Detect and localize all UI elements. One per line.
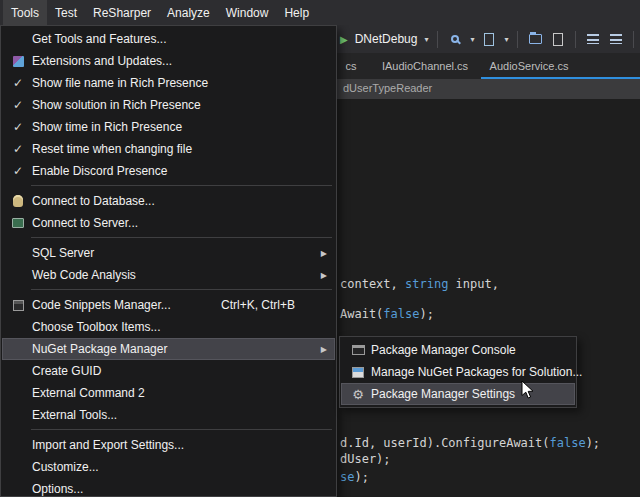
snippets-icon (6, 300, 30, 311)
toolbar-separator (517, 31, 518, 48)
search-icon[interactable] (447, 30, 463, 48)
check-icon: ✓ (6, 76, 30, 90)
lines-glyph (587, 34, 599, 44)
new-file-icon[interactable] (550, 30, 566, 48)
menu-item-web-code-analysis[interactable]: Web Code Analysis ▶ (2, 264, 335, 286)
menu-item-get-tools-and-features[interactable]: Get Tools and Features... (2, 28, 335, 50)
caret-down-icon[interactable]: ▾ (504, 35, 508, 44)
menu-item-create-guid[interactable]: Create GUID (2, 360, 335, 382)
folder-glyph (529, 34, 542, 44)
menu-item-label: Enable Discord Presence (32, 164, 167, 178)
navbar-member-dropdown[interactable]: dUserTypeReader (343, 82, 432, 94)
gear-icon: ⚙ (345, 387, 371, 402)
packages-glyph (352, 367, 364, 378)
code-line: Await(false); (340, 307, 434, 321)
menu-item-connect-to-server[interactable]: Connect to Server... (2, 212, 335, 234)
server-glyph (12, 218, 24, 228)
submenu-item-package-manager-settings[interactable]: ⚙ Package Manager Settings (341, 383, 575, 405)
menu-item-label: External Command 2 (32, 386, 145, 400)
submenu-arrow-icon: ▶ (321, 249, 327, 258)
caret-down-icon[interactable]: ▾ (470, 35, 474, 44)
mouse-cursor (521, 380, 535, 400)
start-debug-icon[interactable]: ▶ (340, 34, 348, 45)
menu-item-code-snippets-manager[interactable]: Code Snippets Manager... Ctrl+K, Ctrl+B (2, 294, 335, 316)
run-configuration-selector[interactable]: DNetDebug (355, 32, 418, 46)
menu-item-show-time-rich-presence[interactable]: ✓ Show time in Rich Presence (2, 116, 335, 138)
snippets-glyph (13, 300, 24, 311)
menu-item-label: Create GUID (32, 364, 101, 378)
console-icon (345, 345, 371, 355)
toolbar-separator (575, 31, 576, 48)
menu-item-external-command-2[interactable]: External Command 2 (2, 382, 335, 404)
lines-glyph (610, 34, 622, 44)
menu-item-label: Extensions and Updates... (32, 54, 172, 68)
menu-item-reset-time-when-changing-file[interactable]: ✓ Reset time when changing file (2, 138, 335, 160)
menu-item-options[interactable]: Options... (2, 478, 335, 497)
menu-item-import-and-export-settings[interactable]: Import and Export Settings... (2, 434, 335, 456)
open-folder-icon[interactable] (527, 30, 543, 48)
submenu-item-manage-nuget-packages[interactable]: Manage NuGet Packages for Solution... (341, 361, 575, 383)
tab-partial-cs[interactable]: cs (337, 53, 365, 79)
indent-icon[interactable] (585, 30, 601, 48)
menubar-item-tools[interactable]: Tools (3, 0, 47, 25)
submenu-item-label: Package Manager Console (371, 343, 516, 357)
check-icon: ✓ (6, 120, 30, 134)
outdent-icon[interactable] (608, 30, 624, 48)
menubar-item-help[interactable]: Help (276, 0, 317, 25)
submenu-item-package-manager-console[interactable]: Package Manager Console (341, 339, 575, 361)
menu-item-show-solution-rich-presence[interactable]: ✓ Show solution in Rich Presence (2, 94, 335, 116)
toolbar-visible-area: ▶ DNetDebug ▾ ▾ ▾ ⚑ (340, 25, 640, 53)
menu-item-external-tools[interactable]: External Tools... (2, 404, 335, 426)
menu-item-label: Import and Export Settings... (32, 438, 184, 452)
code-line: se); (340, 470, 369, 484)
check-icon: ✓ (6, 142, 30, 156)
menu-item-label: SQL Server (32, 246, 94, 260)
menu-item-show-file-name-rich-presence[interactable]: ✓ Show file name in Rich Presence (2, 72, 335, 94)
menu-item-nuget-package-manager[interactable]: NuGet Package Manager ▶ (2, 338, 335, 360)
extensions-glyph (13, 56, 24, 67)
menu-separator (31, 289, 332, 290)
menu-item-label: Show solution in Rich Presence (32, 98, 201, 112)
submenu-item-label: Manage NuGet Packages for Solution... (371, 365, 582, 379)
packages-icon (345, 367, 371, 378)
magnifier-glyph (451, 35, 459, 43)
menu-item-label: Options... (32, 482, 83, 496)
document-icon[interactable] (481, 30, 497, 48)
menu-item-customize[interactable]: Customize... (2, 456, 335, 478)
menu-item-label: Web Code Analysis (32, 268, 136, 282)
menu-item-label: Connect to Database... (32, 194, 155, 208)
tab-iaudiochannel[interactable]: IAudioChannel.cs (374, 53, 476, 79)
menu-separator (31, 429, 332, 430)
document-glyph (553, 33, 563, 46)
menu-item-label: Code Snippets Manager... (32, 298, 171, 312)
menu-separator (31, 185, 332, 186)
menubar-item-window[interactable]: Window (218, 0, 277, 25)
check-icon: ✓ (6, 98, 30, 112)
menu-item-sql-server[interactable]: SQL Server ▶ (2, 242, 335, 264)
menu-item-label: Choose Toolbox Items... (32, 320, 161, 334)
tab-audioservice[interactable]: AudioService.cs (482, 53, 576, 79)
nuget-package-manager-submenu: Package Manager Console Manage NuGet Pac… (339, 336, 577, 408)
menu-item-extensions-and-updates[interactable]: Extensions and Updates... (2, 50, 335, 72)
tools-menu: Get Tools and Features... Extensions and… (0, 25, 337, 497)
menu-item-label: NuGet Package Manager (32, 342, 167, 356)
toolbar-separator (633, 31, 634, 48)
menu-item-choose-toolbox-items[interactable]: Choose Toolbox Items... (2, 316, 335, 338)
toolbar-separator (437, 31, 438, 48)
caret-down-icon[interactable]: ▾ (424, 35, 428, 44)
server-icon (6, 218, 30, 228)
menu-item-label: Show file name in Rich Presence (32, 76, 208, 90)
menubar: Tools Test ReSharper Analyze Window Help (0, 0, 640, 25)
menubar-item-resharper[interactable]: ReSharper (85, 0, 159, 25)
menu-item-label: Customize... (32, 460, 99, 474)
menu-item-connect-to-database[interactable]: Connect to Database... (2, 190, 335, 212)
menubar-item-analyze[interactable]: Analyze (159, 0, 218, 25)
submenu-arrow-icon: ▶ (321, 345, 327, 354)
menu-item-enable-discord-presence[interactable]: ✓ Enable Discord Presence (2, 160, 335, 182)
tab-label: IAudioChannel.cs (382, 60, 468, 72)
code-line: dUser); (340, 452, 391, 466)
database-glyph (13, 195, 23, 207)
document-glyph (484, 33, 494, 46)
menubar-item-test[interactable]: Test (47, 0, 85, 25)
menu-separator (31, 237, 332, 238)
